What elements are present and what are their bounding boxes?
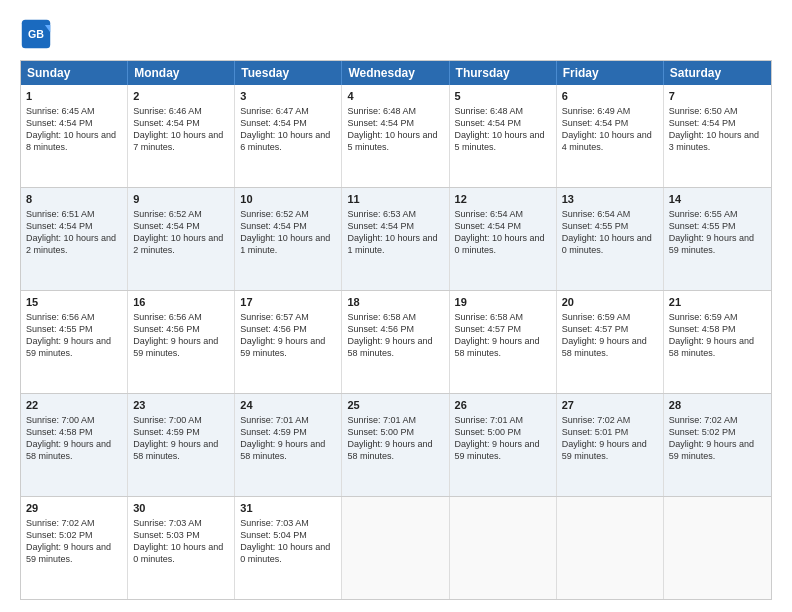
logo: GB: [20, 18, 58, 50]
calendar-cell: 28Sunrise: 7:02 AMSunset: 5:02 PMDayligh…: [664, 394, 771, 496]
daylight-text: Daylight: 9 hours and 58 minutes.: [347, 336, 432, 358]
header: GB: [20, 18, 772, 50]
daylight-text: Daylight: 9 hours and 58 minutes.: [562, 336, 647, 358]
calendar-cell: 7Sunrise: 6:50 AMSunset: 4:54 PMDaylight…: [664, 85, 771, 187]
sunrise-text: Sunrise: 7:01 AM: [347, 415, 416, 425]
sunrise-text: Sunrise: 6:48 AM: [347, 106, 416, 116]
daylight-text: Daylight: 9 hours and 59 minutes.: [455, 439, 540, 461]
daylight-text: Daylight: 9 hours and 58 minutes.: [669, 336, 754, 358]
daylight-text: Daylight: 10 hours and 4 minutes.: [562, 130, 652, 152]
day-number: 9: [133, 192, 229, 207]
calendar-row: 8Sunrise: 6:51 AMSunset: 4:54 PMDaylight…: [21, 188, 771, 291]
day-number: 3: [240, 89, 336, 104]
sunset-text: Sunset: 4:54 PM: [133, 118, 200, 128]
sunrise-text: Sunrise: 6:58 AM: [347, 312, 416, 322]
sunset-text: Sunset: 4:54 PM: [240, 118, 307, 128]
calendar-cell: 15Sunrise: 6:56 AMSunset: 4:55 PMDayligh…: [21, 291, 128, 393]
sunset-text: Sunset: 4:54 PM: [26, 118, 93, 128]
calendar-cell: [342, 497, 449, 599]
sunrise-text: Sunrise: 7:02 AM: [669, 415, 738, 425]
calendar-cell: 29Sunrise: 7:02 AMSunset: 5:02 PMDayligh…: [21, 497, 128, 599]
calendar-cell: 11Sunrise: 6:53 AMSunset: 4:54 PMDayligh…: [342, 188, 449, 290]
sunrise-text: Sunrise: 6:57 AM: [240, 312, 309, 322]
sunrise-text: Sunrise: 6:45 AM: [26, 106, 95, 116]
day-number: 8: [26, 192, 122, 207]
day-number: 26: [455, 398, 551, 413]
day-number: 6: [562, 89, 658, 104]
sunset-text: Sunset: 4:54 PM: [347, 118, 414, 128]
day-number: 21: [669, 295, 766, 310]
calendar-cell: 30Sunrise: 7:03 AMSunset: 5:03 PMDayligh…: [128, 497, 235, 599]
day-number: 2: [133, 89, 229, 104]
daylight-text: Daylight: 9 hours and 58 minutes.: [26, 439, 111, 461]
sunrise-text: Sunrise: 6:54 AM: [455, 209, 524, 219]
daylight-text: Daylight: 10 hours and 0 minutes.: [455, 233, 545, 255]
sunset-text: Sunset: 4:54 PM: [562, 118, 629, 128]
sunrise-text: Sunrise: 6:49 AM: [562, 106, 631, 116]
calendar-cell: 13Sunrise: 6:54 AMSunset: 4:55 PMDayligh…: [557, 188, 664, 290]
sunset-text: Sunset: 5:01 PM: [562, 427, 629, 437]
sunrise-text: Sunrise: 7:03 AM: [240, 518, 309, 528]
calendar-cell: 8Sunrise: 6:51 AMSunset: 4:54 PMDaylight…: [21, 188, 128, 290]
calendar-cell: 22Sunrise: 7:00 AMSunset: 4:58 PMDayligh…: [21, 394, 128, 496]
sunrise-text: Sunrise: 7:03 AM: [133, 518, 202, 528]
sunrise-text: Sunrise: 6:50 AM: [669, 106, 738, 116]
sunrise-text: Sunrise: 6:54 AM: [562, 209, 631, 219]
calendar-cell: 1Sunrise: 6:45 AMSunset: 4:54 PMDaylight…: [21, 85, 128, 187]
daylight-text: Daylight: 9 hours and 59 minutes.: [669, 439, 754, 461]
calendar-cell: 9Sunrise: 6:52 AMSunset: 4:54 PMDaylight…: [128, 188, 235, 290]
day-number: 28: [669, 398, 766, 413]
sunset-text: Sunset: 4:54 PM: [26, 221, 93, 231]
sunrise-text: Sunrise: 6:59 AM: [669, 312, 738, 322]
sunrise-text: Sunrise: 6:58 AM: [455, 312, 524, 322]
day-number: 19: [455, 295, 551, 310]
daylight-text: Daylight: 10 hours and 6 minutes.: [240, 130, 330, 152]
sunset-text: Sunset: 4:56 PM: [133, 324, 200, 334]
page: GB SundayMondayTuesdayWednesdayThursdayF…: [0, 0, 792, 612]
day-number: 22: [26, 398, 122, 413]
sunrise-text: Sunrise: 6:51 AM: [26, 209, 95, 219]
daylight-text: Daylight: 10 hours and 0 minutes.: [240, 542, 330, 564]
sunrise-text: Sunrise: 7:01 AM: [240, 415, 309, 425]
sunset-text: Sunset: 4:58 PM: [26, 427, 93, 437]
day-number: 16: [133, 295, 229, 310]
daylight-text: Daylight: 10 hours and 2 minutes.: [133, 233, 223, 255]
svg-text:GB: GB: [28, 28, 44, 40]
calendar-day-header: Tuesday: [235, 61, 342, 85]
sunset-text: Sunset: 4:54 PM: [455, 221, 522, 231]
sunset-text: Sunset: 4:56 PM: [240, 324, 307, 334]
calendar-cell: 6Sunrise: 6:49 AMSunset: 4:54 PMDaylight…: [557, 85, 664, 187]
daylight-text: Daylight: 10 hours and 0 minutes.: [562, 233, 652, 255]
sunrise-text: Sunrise: 6:52 AM: [240, 209, 309, 219]
sunset-text: Sunset: 5:02 PM: [669, 427, 736, 437]
sunrise-text: Sunrise: 6:59 AM: [562, 312, 631, 322]
sunset-text: Sunset: 4:54 PM: [133, 221, 200, 231]
calendar-row: 22Sunrise: 7:00 AMSunset: 4:58 PMDayligh…: [21, 394, 771, 497]
daylight-text: Daylight: 9 hours and 58 minutes.: [455, 336, 540, 358]
sunset-text: Sunset: 4:57 PM: [455, 324, 522, 334]
day-number: 17: [240, 295, 336, 310]
sunrise-text: Sunrise: 6:55 AM: [669, 209, 738, 219]
day-number: 7: [669, 89, 766, 104]
sunrise-text: Sunrise: 6:56 AM: [26, 312, 95, 322]
calendar-cell: 20Sunrise: 6:59 AMSunset: 4:57 PMDayligh…: [557, 291, 664, 393]
calendar-cell: 26Sunrise: 7:01 AMSunset: 5:00 PMDayligh…: [450, 394, 557, 496]
calendar: SundayMondayTuesdayWednesdayThursdayFrid…: [20, 60, 772, 600]
sunrise-text: Sunrise: 6:48 AM: [455, 106, 524, 116]
calendar-day-header: Monday: [128, 61, 235, 85]
daylight-text: Daylight: 10 hours and 5 minutes.: [347, 130, 437, 152]
sunset-text: Sunset: 4:59 PM: [133, 427, 200, 437]
daylight-text: Daylight: 10 hours and 0 minutes.: [133, 542, 223, 564]
sunset-text: Sunset: 5:00 PM: [347, 427, 414, 437]
calendar-day-header: Thursday: [450, 61, 557, 85]
daylight-text: Daylight: 9 hours and 59 minutes.: [562, 439, 647, 461]
daylight-text: Daylight: 10 hours and 1 minute.: [240, 233, 330, 255]
calendar-cell: 16Sunrise: 6:56 AMSunset: 4:56 PMDayligh…: [128, 291, 235, 393]
day-number: 1: [26, 89, 122, 104]
day-number: 27: [562, 398, 658, 413]
day-number: 29: [26, 501, 122, 516]
calendar-cell: 2Sunrise: 6:46 AMSunset: 4:54 PMDaylight…: [128, 85, 235, 187]
calendar-row: 1Sunrise: 6:45 AMSunset: 4:54 PMDaylight…: [21, 85, 771, 188]
daylight-text: Daylight: 9 hours and 59 minutes.: [669, 233, 754, 255]
calendar-day-header: Saturday: [664, 61, 771, 85]
